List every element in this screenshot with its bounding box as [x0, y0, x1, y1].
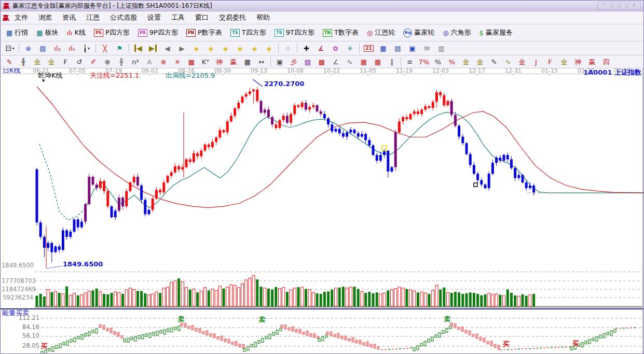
menu-item-9[interactable]: 帮助: [251, 12, 275, 22]
menu-item-8[interactable]: 交易委托: [214, 12, 251, 22]
minimize-button[interactable]: ─: [597, 2, 611, 10]
cycle-tool-icon[interactable]: ✳: [343, 42, 357, 54]
time-division-icon[interactable]: ╫: [115, 56, 128, 67]
red-target-icon[interactable]: ⊕: [157, 56, 170, 67]
spider-web-icon[interactable]: ✳: [171, 56, 184, 67]
prev-bar-icon[interactable]: ◀: [160, 42, 174, 54]
notepad-icon[interactable]: ▤: [391, 42, 405, 54]
menu-item-2[interactable]: 资讯: [57, 12, 81, 22]
shen-lines-icon[interactable]: 神: [213, 56, 226, 67]
diamond-compress-all-icon[interactable]: ◈: [262, 42, 276, 54]
diamond-expand-all-icon[interactable]: ◈: [248, 42, 262, 54]
restore-button[interactable]: ▢: [612, 2, 626, 10]
winner-service-button[interactable]: $赢家服务: [476, 26, 516, 39]
pan-hand-icon[interactable]: ☝: [281, 42, 295, 54]
kline-button[interactable]: ılıK线: [63, 26, 89, 39]
diamond-expand-h-icon[interactable]: ◈: [218, 42, 232, 54]
ninep-square-button[interactable]: P99P四方形: [134, 26, 182, 39]
t-number-button[interactable]: TNT数字表: [319, 26, 362, 39]
ninet-square-button[interactable]: T99T四方形: [271, 26, 318, 39]
si-angle-icon[interactable]: 四: [599, 56, 613, 67]
mirror-a-icon[interactable]: A: [143, 56, 156, 67]
t-square-button[interactable]: TST四方形: [227, 26, 270, 39]
candle-style-button[interactable]: ╽▾: [79, 42, 93, 54]
menu-item-1[interactable]: 浏览: [33, 12, 57, 22]
gann-circle-icon[interactable]: ⊕: [101, 56, 114, 67]
gold-underline-icon[interactable]: 金: [473, 56, 487, 67]
k-mark-icon[interactable]: K": [199, 56, 212, 67]
last-page-icon[interactable]: ▶: [146, 42, 160, 54]
f10-info-icon[interactable]: ▤: [36, 42, 50, 54]
percent-lines-icon[interactable]: %: [445, 56, 459, 67]
hexagon-button[interactable]: ◎六角形: [439, 26, 474, 39]
p-number-button[interactable]: PNP数字表: [183, 26, 226, 39]
gann-globe-icon[interactable]: ⊛: [21, 42, 35, 54]
wave-line-icon[interactable]: ∿: [343, 56, 357, 67]
color-volume-icon[interactable]: ⚑: [113, 42, 127, 54]
gann-wheel-button[interactable]: ◎江恩轮: [363, 26, 399, 39]
percent-icon[interactable]: %: [431, 56, 445, 67]
number-grid-icon[interactable]: ▦: [241, 56, 254, 67]
f-angle-icon[interactable]: F: [543, 56, 557, 67]
marker-pen-icon[interactable]: ✐: [87, 56, 100, 67]
period-day-button[interactable]: 日▾: [3, 42, 17, 54]
first-page-icon[interactable]: ◀: [131, 42, 145, 54]
scale-ruler-icon[interactable]: ≡: [403, 56, 417, 67]
calculator-icon[interactable]: ▦: [376, 42, 390, 54]
menu-item-6[interactable]: 工具: [166, 12, 190, 22]
menu-item-7[interactable]: 窗口: [190, 12, 214, 22]
red-fan-icon[interactable]: 彡: [287, 56, 300, 67]
n-square-icon[interactable]: n²: [129, 56, 142, 67]
close-button[interactable]: ✕: [627, 2, 641, 10]
fib-lines-icon[interactable]: F: [59, 56, 72, 67]
pen-ruler-icon[interactable]: ✎: [487, 56, 501, 67]
spiral-icon[interactable]: ↺: [73, 56, 86, 67]
gold-circle-icon[interactable]: 金: [459, 56, 473, 67]
diamond-shift-right-icon[interactable]: ◈: [204, 42, 218, 54]
send-mail-icon[interactable]: ✉: [420, 42, 434, 54]
dense-grid-icon[interactable]: ▦: [357, 56, 371, 67]
web-box-icon[interactable]: ▩: [315, 56, 328, 67]
grid-comb-icon[interactable]: ╫: [17, 56, 30, 67]
gann-flower-icon[interactable]: ✿: [328, 42, 342, 54]
quote-button[interactable]: ▦行情: [3, 26, 32, 39]
menu-item-5[interactable]: 设置: [142, 12, 166, 22]
trend-angle-icon[interactable]: ∠: [329, 56, 342, 67]
next-bar-icon[interactable]: ▶: [175, 42, 189, 54]
gold-angle-icon[interactable]: 金: [557, 56, 571, 67]
h-measure-icon[interactable]: ↔: [255, 56, 268, 67]
save-icon[interactable]: ▣: [405, 42, 419, 54]
shen-angle-icon[interactable]: 神: [571, 56, 585, 67]
parallel-lines-icon[interactable]: ∥: [385, 56, 399, 67]
kline-type-dropdown-icon[interactable]: ▼: [42, 79, 45, 83]
menu-item-0[interactable]: 文件: [9, 12, 33, 22]
gold-lines-icon[interactable]: 金: [31, 56, 44, 67]
sector-button[interactable]: ▦板块: [33, 26, 62, 39]
winner-wheel-button[interactable]: Big赢家轮: [400, 26, 438, 39]
draw-pen-icon[interactable]: ✎: [3, 56, 16, 67]
square-web-icon[interactable]: ▩: [185, 56, 198, 67]
menu-item-3[interactable]: 江恩: [81, 12, 105, 22]
dense-grid2-icon[interactable]: ▦: [371, 56, 385, 67]
diamond-compress-h-icon[interactable]: ◈: [233, 42, 247, 54]
wave-channel-icon[interactable]: ∿: [501, 56, 515, 67]
ying-angle-icon[interactable]: 赢: [585, 56, 599, 67]
calendar-icon[interactable]: 21: [362, 42, 376, 54]
gold-lines2-icon[interactable]: 金: [45, 56, 58, 67]
crosshair-icon[interactable]: ✚: [299, 42, 313, 54]
three-line-chart-icon[interactable]: ıl₃: [50, 42, 64, 54]
box-range-icon[interactable]: ▣: [273, 56, 286, 67]
diamond-shift-left-icon[interactable]: ◈: [189, 42, 203, 54]
icon-toolbar: 日▾⊛▤ıl₃ıl₉╽▾╳⚑◀▶◀▶◈◈◈◈◈◈☝✚∡✿✳21▦▤▣✉▥: [1, 41, 643, 55]
nine-line-chart-icon[interactable]: ıl₉: [65, 42, 79, 54]
j-angle-icon[interactable]: J: [529, 56, 543, 67]
fan-box-icon[interactable]: ▨: [301, 56, 314, 67]
p-square-button[interactable]: PSP四方形: [90, 26, 133, 39]
menu-item-4[interactable]: 公式选股: [105, 12, 142, 22]
angle-measure-icon[interactable]: ∡: [314, 42, 328, 54]
percent7-icon[interactable]: 7%: [417, 56, 431, 67]
ying-lines-icon[interactable]: 赢: [227, 56, 240, 67]
gold-angle2-icon[interactable]: 金: [515, 56, 529, 67]
remote-pc-icon[interactable]: ▥: [434, 42, 448, 54]
pattern-x-icon[interactable]: ╳: [98, 42, 112, 54]
